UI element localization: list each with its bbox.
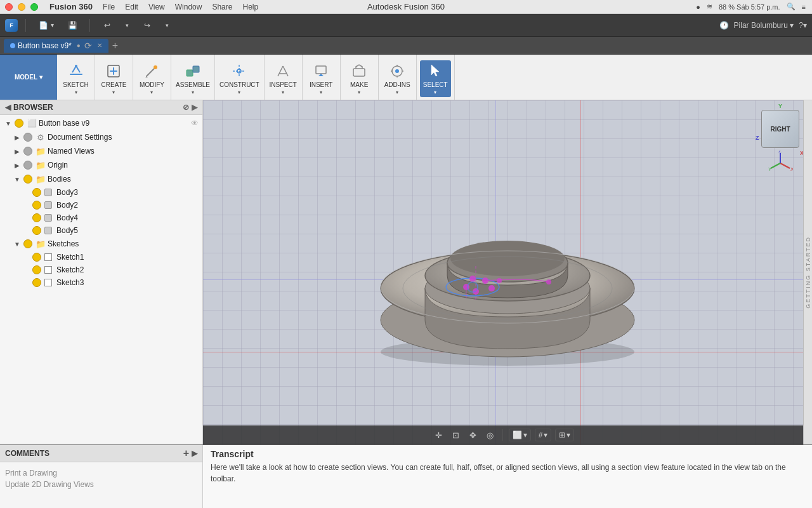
menu-share[interactable]: Share bbox=[212, 3, 232, 11]
tab-x-icon[interactable]: ✕ bbox=[97, 42, 102, 49]
right-panel-strip[interactable]: GETTING STARTED bbox=[803, 100, 812, 444]
orbit-btn[interactable]: ✥ bbox=[466, 429, 480, 441]
visibility-body4[interactable] bbox=[32, 213, 41, 222]
update-views-link[interactable]: Update 2D Drawing Views bbox=[5, 480, 197, 489]
visibility-sketch2[interactable] bbox=[32, 265, 41, 274]
tree-item-body4[interactable]: ▶ Body4 bbox=[0, 211, 202, 224]
menu-window[interactable]: Window bbox=[175, 3, 202, 11]
make-dropdown: ▾ bbox=[358, 90, 360, 95]
mode-selector[interactable]: MODEL ▾ bbox=[0, 55, 57, 100]
tree-item-sketch1[interactable]: ▶ Sketch1 bbox=[0, 251, 202, 264]
modify-btn[interactable]: MODIFY ▾ bbox=[136, 60, 167, 97]
assemble-dropdown: ▾ bbox=[192, 90, 194, 95]
inspect-icon bbox=[274, 62, 292, 80]
tab-button-base[interactable]: Button base v9* ● ⟳ ✕ bbox=[4, 39, 108, 53]
tree-item-body2[interactable]: ▶ Body2 bbox=[0, 199, 202, 211]
visibility-sketches[interactable] bbox=[23, 239, 32, 248]
visibility-body2[interactable] bbox=[32, 201, 41, 210]
file-icon: 📄 bbox=[37, 20, 49, 31]
tree-expand-root[interactable]: ▼ bbox=[4, 119, 13, 128]
sketch-dropdown: ▾ bbox=[75, 90, 77, 95]
grid-dropdown-arrow: ▾ bbox=[544, 431, 547, 439]
tree-item-sketch3[interactable]: ▶ Sketch3 bbox=[0, 276, 202, 289]
browser-collapse-btn[interactable]: ◀ bbox=[5, 103, 11, 112]
insert-icons: INSERT ▾ bbox=[306, 57, 336, 100]
minimize-button[interactable] bbox=[18, 3, 25, 11]
tree-item-sketches[interactable]: ▼ 📁 Sketches bbox=[0, 237, 202, 251]
ribbon-group-insert: INSERT ▾ bbox=[303, 55, 341, 100]
eye-icon-root[interactable]: 👁 bbox=[191, 119, 199, 128]
display-mode-dropdown[interactable]: ⬜ ▾ bbox=[509, 429, 531, 441]
close-button[interactable] bbox=[5, 3, 13, 11]
visibility-body5[interactable] bbox=[32, 226, 41, 235]
menu-edit[interactable]: Edit bbox=[125, 3, 138, 11]
tree-expand-doc[interactable]: ▶ bbox=[13, 133, 22, 142]
tree-item-bodies[interactable]: ▼ 📁 Bodies bbox=[0, 172, 202, 186]
visibility-named[interactable] bbox=[23, 147, 32, 156]
view-display-dropdown[interactable]: ⊞ ▾ bbox=[555, 429, 574, 441]
visibility-root[interactable] bbox=[15, 119, 23, 128]
user-name[interactable]: Pilar Bolumburu ▾ bbox=[734, 21, 794, 30]
tree-item-body3[interactable]: ▶ Body3 bbox=[0, 186, 202, 199]
visibility-sketch1[interactable] bbox=[32, 253, 41, 262]
3d-object bbox=[349, 164, 666, 380]
tree-item-sketch2[interactable]: ▶ Sketch2 bbox=[0, 264, 202, 276]
tree-expand-named[interactable]: ▶ bbox=[13, 147, 22, 156]
redo-dropdown-btn[interactable]: ▾ bbox=[162, 21, 173, 30]
tree-item-origin[interactable]: ▶ 📁 Origin bbox=[0, 158, 202, 172]
assemble-btn[interactable]: ASSEMBLE ▾ bbox=[173, 60, 213, 97]
tree-expand-bodies[interactable]: ▼ bbox=[13, 175, 22, 184]
make-btn[interactable]: MAKE ▾ bbox=[346, 60, 372, 97]
addins-btn[interactable]: ADD-INS ▾ bbox=[381, 60, 414, 97]
menu-icon[interactable]: ≡ bbox=[802, 3, 806, 11]
make-icon bbox=[350, 62, 368, 80]
help-btn[interactable]: ?▾ bbox=[799, 21, 807, 30]
browser-expand-icon[interactable]: ▶ bbox=[192, 103, 197, 112]
visibility-origin[interactable] bbox=[23, 161, 32, 170]
sketch-btn[interactable]: SKETCH ▾ bbox=[60, 60, 92, 97]
save-btn[interactable]: 💾 bbox=[63, 18, 82, 32]
tab-close-icon[interactable]: ● bbox=[77, 42, 81, 49]
undo-dropdown-btn[interactable]: ▾ bbox=[122, 21, 133, 30]
create-btn[interactable]: CREATE ▾ bbox=[98, 60, 130, 97]
tree-item-body5[interactable]: ▶ Body5 bbox=[0, 224, 202, 237]
visibility-body3[interactable] bbox=[32, 188, 41, 197]
view-cube[interactable]: RIGHT X Y Z X Y Z bbox=[755, 107, 806, 157]
viewport[interactable]: RIGHT X Y Z X Y Z GETTING STARTED bbox=[203, 100, 812, 444]
tab-refresh-icon[interactable]: ⟳ bbox=[84, 41, 92, 51]
construct-btn[interactable]: CONSTRUCT ▾ bbox=[216, 60, 263, 97]
pan-tool-btn[interactable]: ✛ bbox=[432, 429, 445, 441]
zoom-fit-btn[interactable]: ⊡ bbox=[449, 429, 462, 441]
fullscreen-button[interactable] bbox=[30, 3, 38, 11]
tree-item-root[interactable]: ▼ ⬜ Button base v9 👁 bbox=[0, 116, 202, 130]
comments-expand-btn[interactable]: ▶ bbox=[192, 449, 197, 458]
file-menu-btn[interactable]: 📄 ▾ bbox=[34, 18, 58, 32]
tree-item-named-views[interactable]: ▶ 📁 Named Views bbox=[0, 144, 202, 158]
undo-btn[interactable]: ↩ bbox=[98, 18, 117, 32]
look-at-btn[interactable]: ◎ bbox=[483, 429, 497, 441]
clock-icon[interactable]: 🕐 bbox=[719, 21, 729, 30]
visibility-sketch3[interactable] bbox=[32, 278, 41, 287]
menu-file[interactable]: File bbox=[103, 3, 115, 11]
insert-btn[interactable]: INSERT ▾ bbox=[306, 60, 336, 97]
print-drawing-link[interactable]: Print a Drawing bbox=[5, 469, 197, 478]
grid-display-dropdown[interactable]: # ▾ bbox=[535, 429, 552, 441]
construct-icon bbox=[230, 62, 248, 80]
menu-help[interactable]: Help bbox=[242, 3, 258, 11]
inspect-btn[interactable]: INSPECT ▾ bbox=[266, 60, 300, 97]
assemble-icons: ASSEMBLE ▾ bbox=[173, 57, 213, 100]
view-cube-inner[interactable]: RIGHT X Y Z bbox=[761, 110, 799, 148]
tree-item-doc-settings[interactable]: ▶ ⚙ Document Settings bbox=[0, 130, 202, 144]
tab-add-button[interactable]: + bbox=[112, 40, 118, 51]
select-btn[interactable]: SELECT ▾ bbox=[420, 60, 451, 97]
menu-view[interactable]: View bbox=[148, 3, 165, 11]
tree-expand-origin[interactable]: ▶ bbox=[13, 161, 22, 170]
browser-settings-icon[interactable]: ⊘ bbox=[183, 103, 189, 112]
tree-expand-sketches[interactable]: ▼ bbox=[13, 239, 22, 248]
redo-btn[interactable]: ↪ bbox=[138, 18, 157, 32]
comments-add-btn[interactable]: + bbox=[183, 448, 189, 459]
visibility-bodies[interactable] bbox=[23, 175, 32, 184]
visibility-doc[interactable] bbox=[23, 133, 32, 142]
mac-window-controls[interactable]: Fusion 360 File Edit View Window Share H… bbox=[5, 2, 258, 11]
search-icon[interactable]: 🔍 bbox=[787, 3, 796, 11]
